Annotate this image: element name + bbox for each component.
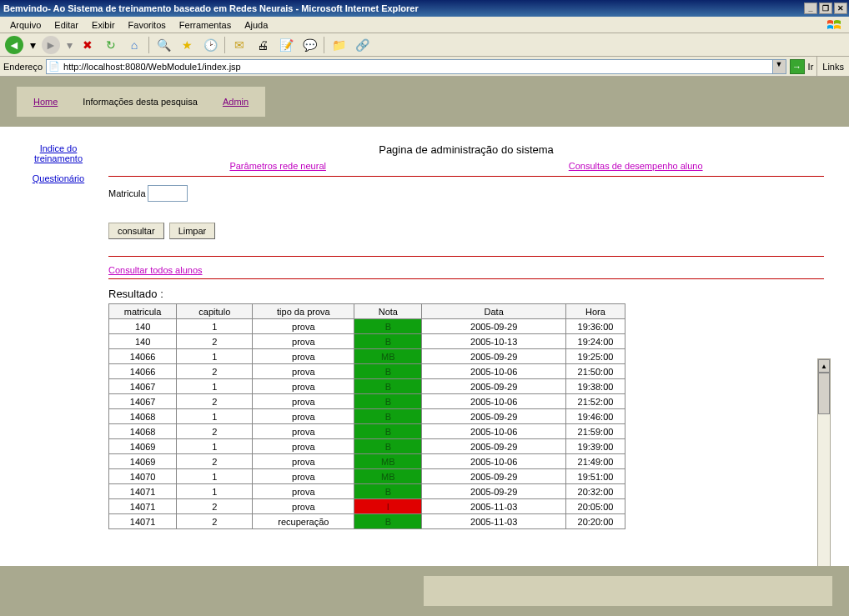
cell-data: 2005-10-06 <box>422 394 566 409</box>
restore-button[interactable]: ❐ <box>819 3 832 14</box>
menu-arquivo[interactable]: Arquivo <box>5 18 46 32</box>
cell-capitulo: 1 <box>177 409 253 424</box>
table-row: 140681provaB2005-09-2919:46:00 <box>109 409 625 424</box>
address-bar: Endereço 📄 http://localhost:8080/WebModu… <box>0 57 849 77</box>
cell-data: 2005-09-29 <box>422 379 566 394</box>
favorites-icon[interactable]: ★ <box>178 36 196 54</box>
scroll-thumb[interactable] <box>818 373 830 414</box>
matricula-label: Matricula <box>108 188 146 198</box>
cell-hora: 20:20:00 <box>565 514 625 529</box>
table-row: 140701provaMB2005-09-2919:51:00 <box>109 469 625 484</box>
menu-ferramentas[interactable]: Ferramentas <box>174 18 236 32</box>
refresh-icon[interactable]: ↻ <box>102 36 120 54</box>
page-title: Pagina de administração do sistema <box>108 143 824 156</box>
table-row: 140662provaB2005-10-0621:50:00 <box>109 364 625 379</box>
cell-capitulo: 1 <box>177 469 253 484</box>
url-dropdown[interactable]: ▼ <box>772 60 786 73</box>
cell-tipo: prova <box>253 454 354 469</box>
cell-matricula: 14070 <box>109 469 177 484</box>
cell-data: 2005-10-06 <box>422 454 566 469</box>
windows-logo-icon <box>824 18 844 33</box>
cell-hora: 19:39:00 <box>565 439 625 454</box>
home-icon[interactable]: ⌂ <box>125 36 143 54</box>
cell-data: 2005-09-29 <box>422 409 566 424</box>
cell-hora: 21:52:00 <box>565 394 625 409</box>
cell-data: 2005-10-13 <box>422 334 566 349</box>
go-button[interactable]: → <box>790 59 805 74</box>
cell-hora: 19:24:00 <box>565 334 625 349</box>
table-row: 140712provaI2005-11-0320:05:00 <box>109 499 625 514</box>
results-table: matricula capitulo tipo da prova Nota Da… <box>108 303 625 529</box>
cell-data: 2005-09-29 <box>422 349 566 364</box>
sidebar: Indice do treinamento Questionário <box>0 143 108 539</box>
related-icon[interactable]: 🔗 <box>353 36 371 54</box>
nav-home[interactable]: Home <box>33 97 58 107</box>
th-nota: Nota <box>354 304 422 319</box>
cell-nota: B <box>354 334 422 349</box>
scroll-up-arrow[interactable]: ▲ <box>818 359 830 373</box>
limpar-button[interactable]: Limpar <box>169 223 216 239</box>
cell-nota: B <box>354 409 422 424</box>
search-icon[interactable]: 🔍 <box>154 36 173 54</box>
discuss-icon[interactable]: 💬 <box>300 36 319 54</box>
cell-matricula: 14067 <box>109 379 177 394</box>
links-label[interactable]: Links <box>816 57 849 76</box>
cell-nota: MB <box>354 469 422 484</box>
cell-matricula: 14066 <box>109 349 177 364</box>
sidebar-link-indice[interactable]: Indice do treinamento <box>17 143 100 163</box>
table-row: 140661provaMB2005-09-2919:25:00 <box>109 349 625 364</box>
cell-hora: 19:38:00 <box>565 379 625 394</box>
menu-favoritos[interactable]: Favoritos <box>123 18 171 32</box>
consultar-button[interactable]: consultar <box>108 223 164 239</box>
forward-button[interactable]: ► <box>42 36 60 54</box>
table-row: 140682provaB2005-10-0621:59:00 <box>109 424 625 439</box>
cell-nota: B <box>354 514 422 529</box>
divider <box>108 278 824 279</box>
cell-tipo: prova <box>253 364 354 379</box>
menu-exibir[interactable]: Exibir <box>87 18 120 32</box>
cell-capitulo: 2 <box>177 424 253 439</box>
cell-capitulo: 2 <box>177 394 253 409</box>
cell-matricula: 14071 <box>109 499 177 514</box>
cell-matricula: 14069 <box>109 454 177 469</box>
cell-capitulo: 1 <box>177 349 253 364</box>
back-dropdown[interactable]: ▾ <box>28 36 37 54</box>
folder-icon[interactable]: 📁 <box>329 36 348 54</box>
minimize-button[interactable]: _ <box>804 3 817 14</box>
close-button[interactable]: ✕ <box>834 3 847 14</box>
menu-ajuda[interactable]: Ajuda <box>239 18 273 32</box>
window-titlebar: Bemvindo- Ao Sistema de treinamento base… <box>0 0 849 17</box>
cell-nota: B <box>354 484 422 499</box>
table-row: 140711provaB2005-09-2920:32:00 <box>109 484 625 499</box>
link-parametros[interactable]: Parâmetros rede neural <box>229 161 326 171</box>
back-button[interactable]: ◄ <box>5 36 23 54</box>
menu-editar[interactable]: Editar <box>49 18 83 32</box>
cell-capitulo: 2 <box>177 454 253 469</box>
sidebar-link-questionario[interactable]: Questionário <box>17 173 100 183</box>
cell-matricula: 14067 <box>109 394 177 409</box>
cell-hora: 19:25:00 <box>565 349 625 364</box>
print-icon[interactable]: 🖨 <box>254 36 272 54</box>
mail-icon[interactable]: ✉ <box>230 36 249 54</box>
matricula-input[interactable] <box>148 185 188 202</box>
cell-capitulo: 2 <box>177 334 253 349</box>
forward-dropdown[interactable]: ▾ <box>65 36 73 54</box>
link-todos-alunos[interactable]: Consultar todos alunos <box>108 265 203 275</box>
cell-capitulo: 1 <box>177 439 253 454</box>
cell-matricula: 140 <box>109 319 177 334</box>
link-consultas[interactable]: Consultas de desempenho aluno <box>569 161 703 171</box>
history-icon[interactable]: 🕑 <box>201 36 219 54</box>
stop-icon[interactable]: ✖ <box>78 36 97 54</box>
cell-data: 2005-10-06 <box>422 364 566 379</box>
cell-tipo: prova <box>253 439 354 454</box>
edit-icon[interactable]: 📝 <box>277 36 295 54</box>
url-input[interactable]: 📄 http://localhost:8080/WebModule1/index… <box>46 59 786 74</box>
cell-capitulo: 2 <box>177 364 253 379</box>
page-viewport: Home Informações desta pesquisa Admin In… <box>0 77 849 616</box>
cell-capitulo: 1 <box>177 319 253 334</box>
cell-hora: 21:49:00 <box>565 454 625 469</box>
cell-tipo: prova <box>253 334 354 349</box>
cell-data: 2005-09-29 <box>422 469 566 484</box>
nav-admin[interactable]: Admin <box>223 97 249 107</box>
cell-tipo: prova <box>253 379 354 394</box>
